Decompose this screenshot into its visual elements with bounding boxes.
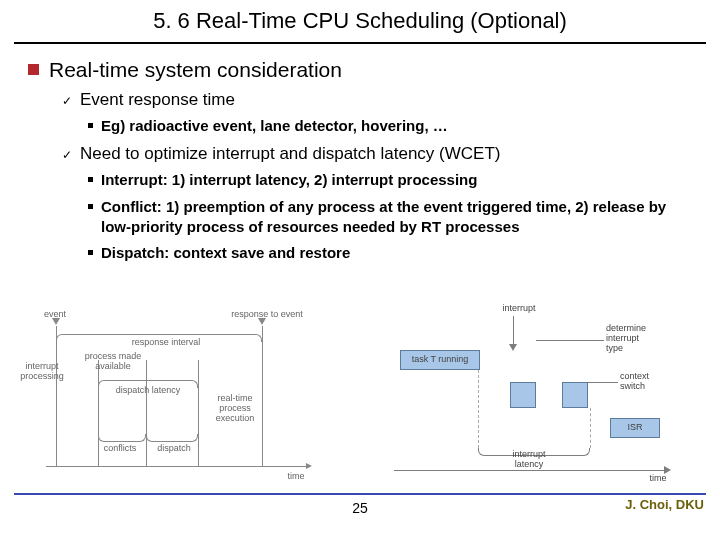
square-dot-icon <box>88 177 93 182</box>
main-bullet: Real-time system consideration <box>49 58 342 82</box>
figure-left: event response to event response interva… <box>26 316 336 496</box>
fig-label: event <box>30 310 80 320</box>
page-number: 25 <box>0 500 720 516</box>
fig-label: time <box>638 474 678 484</box>
check-icon: ✓ <box>62 148 72 162</box>
figures-area: event response to event response interva… <box>0 300 720 500</box>
fig-label: response interval <box>126 338 206 348</box>
square-dot-icon <box>88 123 93 128</box>
fig-label: determine interrupt type <box>606 324 664 354</box>
fig-label: interrupt processing <box>18 362 66 382</box>
fig-label: dispatch latency <box>108 386 188 396</box>
sub2-text: Dispatch: context save and restore <box>101 243 350 263</box>
slide-title: 5. 6 Real-Time CPU Scheduling (Optional) <box>0 8 720 34</box>
fig-label: interrupt latency <box>504 450 554 470</box>
fig-label: dispatch <box>148 444 200 454</box>
content-area: Real-time system consideration ✓ Event r… <box>0 44 720 263</box>
sub-bullet-1: Event response time <box>80 90 235 110</box>
footer-divider <box>14 493 706 495</box>
sub2-text: Interrupt: 1) interrupt latency, 2) inte… <box>101 170 477 190</box>
sub2-text: Eg) radioactive event, lane detector, ho… <box>101 116 448 136</box>
fig-label: task T running <box>412 355 469 365</box>
fig-label: context switch <box>620 372 666 392</box>
fig-label: process made available <box>78 352 148 372</box>
check-icon: ✓ <box>62 94 72 108</box>
fig-label: ISR <box>627 423 642 433</box>
square-dot-icon <box>88 204 93 209</box>
square-dot-icon <box>88 250 93 255</box>
figure-right: task T running ISR interrupt determine i… <box>370 300 690 500</box>
sub2-text: Conflict: 1) preemption of any process a… <box>101 197 692 238</box>
fig-label: interrupt <box>494 304 544 314</box>
fig-label: real-time process execution <box>208 394 262 424</box>
bullet-square-icon <box>28 64 39 75</box>
fig-label: time <box>276 472 316 482</box>
fig-label: conflicts <box>94 444 146 454</box>
fig-label: response to event <box>222 310 312 320</box>
sub-bullet-2: Need to optimize interrupt and dispatch … <box>80 144 500 164</box>
credits: J. Choi, DKU <box>625 497 704 512</box>
